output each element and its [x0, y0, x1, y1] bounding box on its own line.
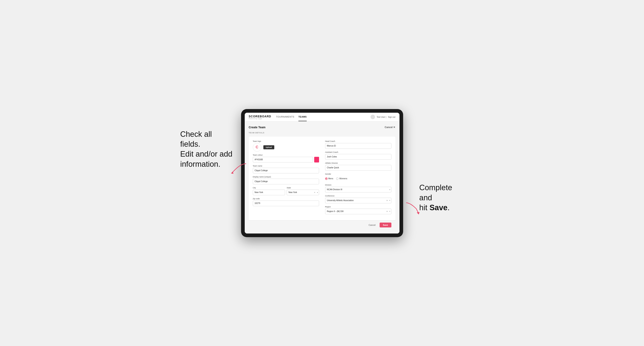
page-header: Create Team Cancel ✕ — [249, 126, 396, 129]
team-logo-group: Team logo C Upload — [253, 140, 319, 152]
assistant-coach-input[interactable] — [325, 154, 392, 160]
left-column: Team logo C Upload Team colo — [253, 140, 319, 217]
womens-label: Womens — [339, 177, 347, 180]
display-name-label: Display name (unique) — [253, 176, 319, 178]
region-clear-icon[interactable]: ✕ — [386, 210, 388, 212]
tablet-device: SCOREBOARD Powered by clippd TOURNAMENTS… — [241, 109, 403, 237]
right-column: Head Coach Assistant Coach Athletic Dire… — [325, 140, 392, 217]
team-name-group: Team name — [253, 165, 319, 173]
gender-radio-group: Mens Womens — [325, 176, 392, 181]
cancel-button[interactable]: Cancel — [366, 223, 378, 227]
page-title: Create Team — [249, 126, 266, 129]
head-coach-label: Head Coach — [325, 140, 392, 142]
display-name-input[interactable] — [253, 179, 319, 184]
gender-mens-option[interactable]: Mens — [325, 177, 333, 180]
team-name-input[interactable] — [253, 168, 319, 173]
avatar — [370, 115, 375, 119]
zip-code-group: Zip code — [253, 198, 319, 206]
color-input-wrapper — [253, 157, 319, 163]
tablet-screen: SCOREBOARD Powered by clippd TOURNAMENTS… — [245, 113, 400, 233]
athletic-director-label: Athletic Director — [325, 162, 392, 164]
team-colour-group: Team colour — [253, 154, 319, 163]
form-footer: Cancel Save — [249, 220, 396, 229]
state-field: State New York ✕ ▾ — [287, 187, 319, 195]
brand: SCOREBOARD Powered by clippd — [249, 115, 271, 119]
team-colour-label: Team colour — [253, 154, 319, 156]
brand-sub: Powered by clippd — [249, 118, 271, 119]
svg-marker-1 — [417, 212, 420, 214]
region-value: Region II - (M) DIII — [327, 210, 386, 212]
content-area: Create Team Cancel ✕ TEAM DETAILS Team l… — [245, 122, 400, 233]
mens-radio-dot[interactable] — [325, 177, 328, 180]
division-group: Division NCAA Division III ▾ — [325, 184, 392, 192]
conference-clear-icon[interactable]: ✕ — [386, 199, 388, 201]
division-label: Division — [325, 184, 392, 186]
city-state-row: City State New York — [253, 187, 319, 195]
nav-tournaments[interactable]: TOURNAMENTS — [276, 113, 294, 121]
assistant-coach-label: Assistant Coach — [325, 151, 392, 153]
head-coach-group: Head Coach — [325, 140, 392, 149]
team-name-label: Team name — [253, 165, 319, 167]
athletic-director-group: Athletic Director — [325, 162, 392, 171]
gender-womens-option[interactable]: Womens — [336, 177, 347, 180]
mens-label: Mens — [328, 177, 333, 180]
state-select-wrapper: New York ✕ ▾ — [287, 189, 319, 195]
state-label: State — [287, 187, 319, 189]
conference-label: Conference — [325, 195, 392, 197]
athletic-director-input[interactable] — [325, 165, 392, 171]
conference-select-wrapper[interactable]: University Athletic Association ✕ ▾ — [325, 198, 392, 203]
logo-circle: C — [253, 143, 261, 152]
gender-group: Gender Mens Womens — [325, 173, 392, 181]
conference-arrow-icon[interactable]: ▾ — [389, 199, 390, 201]
svg-marker-0 — [231, 172, 233, 174]
conference-value: University Athletic Association — [327, 199, 386, 201]
display-name-group: Display name (unique) — [253, 176, 319, 184]
sign-out-link[interactable]: Sign out — [388, 116, 396, 118]
upload-button[interactable]: Upload — [263, 145, 274, 149]
region-label: Region — [325, 206, 392, 208]
division-select-wrapper: NCAA Division III ▾ — [325, 187, 392, 192]
form-grid: Team logo C Upload Team colo — [253, 140, 392, 217]
region-arrow-icon[interactable]: ▾ — [389, 210, 390, 212]
head-coach-input[interactable] — [325, 143, 392, 149]
section-header: TEAM DETAILS — [249, 132, 396, 134]
region-group: Region Region II - (M) DIII ✕ ▾ — [325, 206, 392, 214]
division-select[interactable]: NCAA Division III — [325, 187, 392, 192]
zip-label: Zip code — [253, 198, 319, 200]
logo-section: C Upload — [253, 143, 319, 152]
city-input[interactable] — [253, 189, 285, 195]
instruction-left: Check all fields. Edit and/or add inform… — [180, 129, 233, 169]
city-state-group: City State New York — [253, 187, 319, 195]
team-colour-input[interactable] — [253, 157, 313, 163]
zip-input[interactable] — [253, 200, 319, 206]
instruction-right: Complete and hit Save. — [419, 183, 464, 213]
form-area: Team logo C Upload Team colo — [249, 137, 396, 220]
assistant-coach-group: Assistant Coach — [325, 151, 392, 160]
team-logo-label: Team logo — [253, 140, 319, 142]
color-swatch[interactable] — [314, 157, 319, 163]
nav-links: TOURNAMENTS TEAMS — [276, 113, 371, 121]
region-select-wrapper[interactable]: Region II - (M) DIII ✕ ▾ — [325, 209, 392, 214]
cancel-x-button[interactable]: Cancel ✕ — [385, 126, 396, 129]
nav-right: Test User | Sign out — [370, 115, 395, 119]
city-field: City — [253, 187, 285, 195]
arrow-left-indicator — [229, 162, 245, 170]
brand-name: SCOREBOARD — [249, 115, 271, 118]
nav-teams[interactable]: TEAMS — [298, 113, 307, 121]
conference-group: Conference University Athletic Associati… — [325, 195, 392, 203]
user-label: Test User | — [376, 116, 386, 118]
womens-radio-dot[interactable] — [336, 177, 338, 180]
navbar: SCOREBOARD Powered by clippd TOURNAMENTS… — [245, 113, 400, 122]
save-button[interactable]: Save — [380, 223, 392, 227]
city-label: City — [253, 187, 285, 189]
state-clear-icon[interactable]: ✕ — [314, 191, 316, 193]
arrow-right-indicator — [404, 201, 420, 217]
gender-label: Gender — [325, 173, 392, 175]
